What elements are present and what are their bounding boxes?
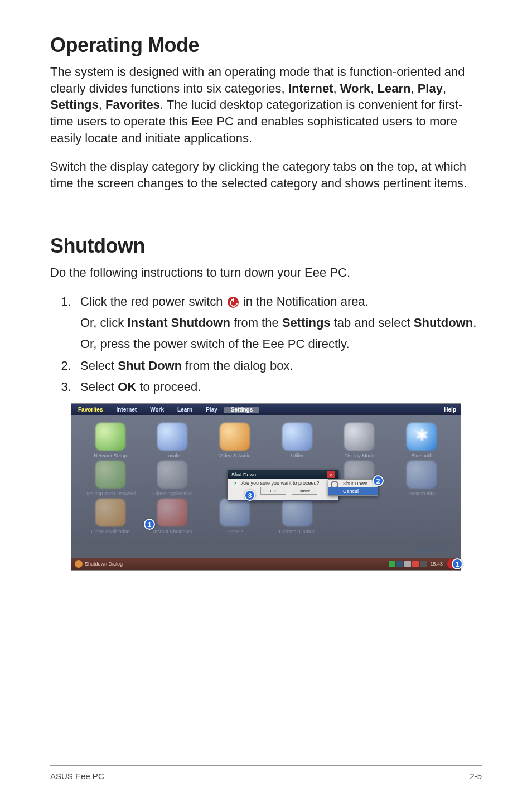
text: from the dialog box. bbox=[182, 359, 293, 373]
dialog-cancel-button[interactable]: Cancel bbox=[292, 487, 317, 495]
tab-favorites[interactable]: Favorites bbox=[71, 407, 109, 413]
close-app-2-icon bbox=[95, 499, 125, 526]
text: to proceed. bbox=[136, 380, 201, 394]
menu-item-label: Cancel bbox=[343, 489, 359, 494]
text: Or, press the power switch of the Eee PC… bbox=[80, 336, 482, 352]
utility-icon bbox=[282, 423, 312, 451]
cell-eeeap[interactable]: EeeAP bbox=[205, 499, 265, 534]
cell-close-app[interactable]: Close Application bbox=[143, 461, 203, 496]
cat-internet: Internet bbox=[288, 81, 333, 95]
tab-help[interactable]: Help bbox=[437, 407, 461, 413]
bluetooth-icon bbox=[407, 423, 437, 451]
step-2: Select Shut Down from the dialog box. bbox=[75, 357, 482, 374]
cell-network[interactable]: Network Setup bbox=[80, 423, 141, 458]
cell-display-mode[interactable]: Display Mode bbox=[330, 423, 390, 458]
heading-shutdown: Shutdown bbox=[50, 234, 482, 258]
bold-shut-down: Shut Down bbox=[118, 359, 182, 373]
cat-favorites: Favorites bbox=[105, 98, 160, 112]
bold-ok: OK bbox=[118, 380, 136, 394]
cell-desktop-password[interactable]: Desktop and Password bbox=[80, 461, 141, 496]
bold-shutdown: Shutdown bbox=[414, 316, 473, 330]
text: Select bbox=[80, 359, 118, 373]
clock: 15:43 bbox=[428, 561, 445, 567]
cap: Video & Audio bbox=[205, 453, 265, 458]
cap: Network Setup bbox=[80, 453, 141, 458]
cap: Bluetooth bbox=[391, 453, 452, 458]
power-icon bbox=[228, 297, 239, 308]
dialog-close-icon[interactable]: × bbox=[327, 471, 335, 478]
cell-bluetooth[interactable]: Bluetooth bbox=[391, 423, 452, 458]
cell-video-audio[interactable]: Video & Audio bbox=[205, 423, 265, 458]
taskbar-app-label[interactable]: Shutdown Dialog bbox=[85, 561, 123, 567]
taskbar-app-icon[interactable] bbox=[75, 560, 83, 568]
cell-parental[interactable]: Parental Control bbox=[267, 499, 327, 534]
footer-left: ASUS Eee PC bbox=[50, 771, 104, 781]
para-shutdown-intro: Do the following instructions to turn do… bbox=[50, 264, 482, 281]
text: , bbox=[333, 81, 340, 95]
menu-item-label: Shut Down bbox=[343, 481, 367, 486]
tab-learn[interactable]: Learn bbox=[171, 407, 199, 413]
text: . bbox=[473, 316, 476, 330]
dialog-message: Are you sure you want to proceed? bbox=[241, 480, 320, 486]
desktop-password-icon bbox=[95, 461, 125, 489]
menu-item-cancel[interactable]: Cancel bbox=[328, 487, 378, 495]
cap: Instant Shutdown bbox=[143, 529, 203, 534]
cap: Close Application bbox=[80, 529, 141, 534]
text: , bbox=[443, 81, 446, 95]
dialog-title: Shut Down bbox=[231, 472, 256, 477]
close-app-icon bbox=[157, 461, 187, 489]
shutdown-steps: Click the red power switch in the Notifi… bbox=[50, 293, 482, 396]
step-3: Select OK to proceed. bbox=[75, 379, 482, 395]
shutdown-menu: Shut Down Cancel bbox=[328, 479, 378, 496]
page-footer: ASUS Eee PC 2-5 bbox=[50, 765, 482, 781]
video-audio-icon bbox=[220, 423, 250, 451]
text: , bbox=[99, 98, 105, 112]
tab-work[interactable]: Work bbox=[143, 407, 171, 413]
text: Click the red power switch bbox=[80, 294, 226, 308]
para-operating-mode-1: The system is designed with an operating… bbox=[50, 64, 482, 146]
dialog-titlebar: Shut Down × bbox=[228, 470, 338, 479]
cap: System Info bbox=[391, 491, 452, 496]
text: , bbox=[410, 81, 417, 95]
system-tray[interactable] bbox=[389, 560, 427, 568]
cap: Locale bbox=[143, 453, 203, 458]
text: Or, click bbox=[80, 316, 127, 330]
bold-settings: Settings bbox=[282, 316, 331, 330]
tab-play[interactable]: Play bbox=[199, 407, 224, 413]
tab-internet[interactable]: Internet bbox=[109, 407, 143, 413]
cap: Desktop and Password bbox=[80, 491, 141, 496]
heading-operating-mode: Operating Mode bbox=[50, 33, 482, 57]
locale-icon bbox=[157, 423, 187, 451]
cap: Display Mode bbox=[330, 453, 390, 458]
text: , bbox=[370, 81, 377, 95]
cell-locale[interactable]: Locale bbox=[143, 423, 203, 458]
step-1: Click the red power switch in the Notifi… bbox=[75, 293, 482, 353]
display-mode-icon bbox=[344, 423, 374, 451]
cell-system-info[interactable]: System Info bbox=[391, 461, 452, 496]
system-info-icon bbox=[407, 461, 437, 489]
cell-close-app-2[interactable]: Close Application bbox=[80, 499, 141, 534]
tab-settings[interactable]: Settings bbox=[224, 407, 259, 413]
bold-instant-shutdown: Instant Shutdown bbox=[127, 316, 230, 330]
cat-work: Work bbox=[340, 81, 371, 95]
screenshot-mock: Favorites Internet Work Learn Play Setti… bbox=[71, 403, 461, 571]
cap: Close Application bbox=[143, 491, 203, 496]
tabs-bar: Favorites Internet Work Learn Play Setti… bbox=[71, 404, 461, 415]
cap: Utility bbox=[267, 453, 327, 458]
text: tab and select bbox=[331, 316, 414, 330]
brand-label: ee PC bbox=[71, 539, 461, 558]
settings-grid: Network Setup Locale Video & Audio Utili… bbox=[71, 415, 461, 539]
instant-shutdown-icon bbox=[157, 499, 187, 526]
cap: EeeAP bbox=[205, 529, 265, 534]
menu-item-shutdown[interactable]: Shut Down bbox=[328, 480, 378, 487]
cat-settings: Settings bbox=[50, 98, 99, 112]
footer-right: 2-5 bbox=[470, 771, 482, 781]
question-icon: ? bbox=[230, 479, 239, 488]
dialog-ok-button[interactable]: OK bbox=[260, 487, 286, 495]
text: from the bbox=[230, 316, 282, 330]
cat-play: Play bbox=[418, 81, 443, 95]
cap: Parental Control bbox=[267, 529, 327, 534]
cat-learn: Learn bbox=[378, 81, 411, 95]
cell-utility[interactable]: Utility bbox=[267, 423, 327, 458]
parental-icon bbox=[282, 499, 312, 526]
